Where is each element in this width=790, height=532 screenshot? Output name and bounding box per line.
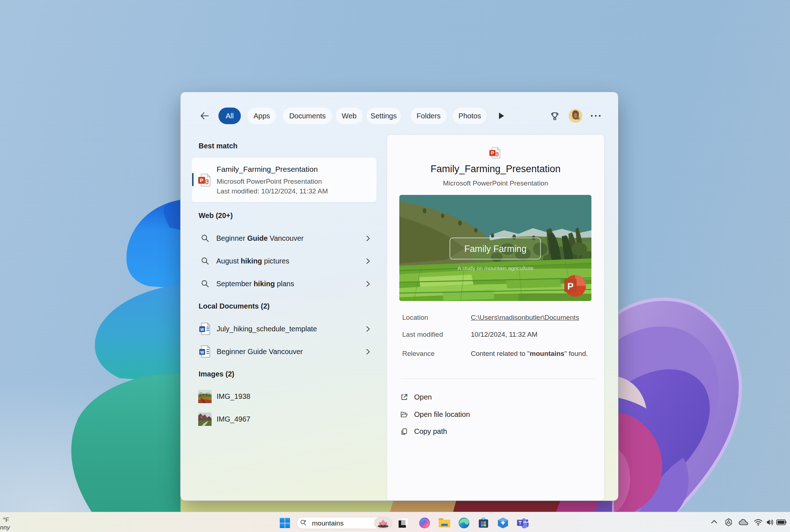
svg-text:P: P	[200, 178, 203, 183]
svg-text:P: P	[567, 281, 573, 292]
svg-text:A study on mountain agricultur: A study on mountain agriculture	[457, 265, 533, 271]
svg-text:Family Farming: Family Farming	[464, 244, 526, 254]
svg-text:W: W	[200, 350, 204, 354]
svg-text:W: W	[200, 327, 204, 332]
svg-text:P: P	[491, 151, 494, 156]
